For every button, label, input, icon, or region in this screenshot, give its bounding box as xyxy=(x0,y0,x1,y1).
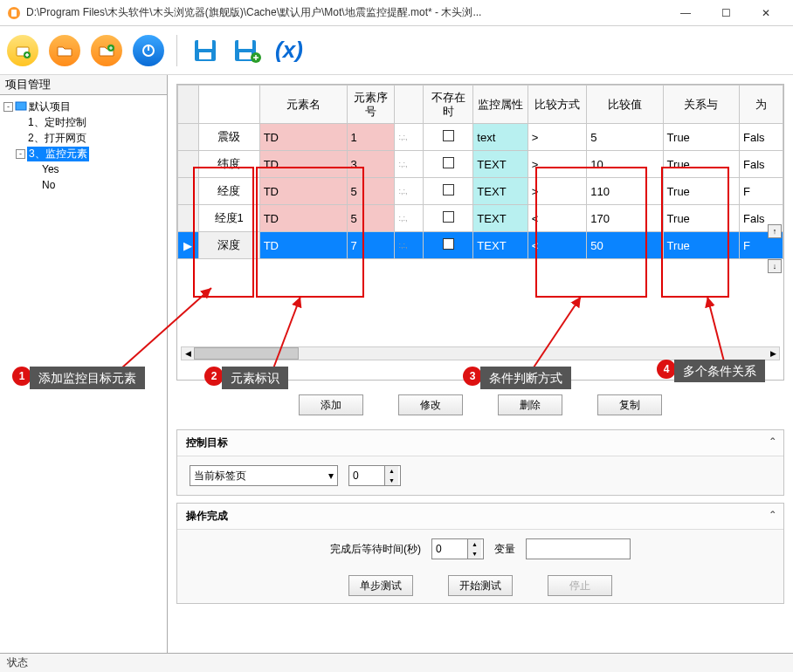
cell-idx[interactable]: 7 xyxy=(347,232,395,259)
row-name[interactable]: 深度 xyxy=(198,232,259,259)
cell-idx[interactable]: 3 xyxy=(347,151,395,178)
cell-rel[interactable]: True xyxy=(663,178,739,205)
cell-elem[interactable]: TD xyxy=(259,151,347,178)
cell-op[interactable]: < xyxy=(528,205,586,232)
cell-val[interactable]: 50 xyxy=(587,232,663,259)
delete-row-button[interactable]: 删除 xyxy=(498,394,562,415)
row-name[interactable]: 经度 xyxy=(198,178,259,205)
cell-val[interactable]: 5 xyxy=(587,124,663,151)
row-name[interactable]: 经度1 xyxy=(198,205,259,232)
cell-elem[interactable]: TD xyxy=(259,232,347,259)
tree-child[interactable]: No xyxy=(3,177,163,193)
collapse-icon[interactable]: - xyxy=(3,102,13,112)
cell-mon[interactable]: TEXT xyxy=(473,178,528,205)
table-row[interactable]: 经度1TD5:,:,TEXT<170TrueFals xyxy=(178,205,783,232)
col-idx[interactable]: 元素序号 xyxy=(347,86,395,124)
col-rel[interactable]: 关系与 xyxy=(663,86,739,124)
checkbox-icon[interactable] xyxy=(443,130,454,141)
cell-val[interactable]: 170 xyxy=(587,205,663,232)
add-row-button[interactable]: 添加 xyxy=(299,394,363,415)
start-test-button[interactable]: 开始测试 xyxy=(448,575,513,596)
checkbox-icon[interactable] xyxy=(443,184,454,195)
scroll-up-button[interactable]: ↑ xyxy=(768,224,782,238)
cell-val[interactable]: 110 xyxy=(587,178,663,205)
cell-absent[interactable] xyxy=(423,205,472,232)
var-input[interactable] xyxy=(526,538,631,559)
col-elem[interactable]: 元素名 xyxy=(259,86,347,124)
wait-input[interactable] xyxy=(432,543,467,555)
cell-mon[interactable]: TEXT xyxy=(473,151,528,178)
cell-op[interactable]: > xyxy=(528,178,586,205)
cell-absent[interactable] xyxy=(423,151,472,178)
cell-tail[interactable]: F xyxy=(739,178,783,205)
table-row[interactable]: 震级TD1:,:,text>5TrueFals xyxy=(178,124,783,151)
stop-button[interactable]: 停止 xyxy=(548,575,612,596)
cell-mon[interactable]: TEXT xyxy=(473,205,528,232)
cell-op[interactable]: > xyxy=(528,124,586,151)
tree-item[interactable]: 2、打开网页 xyxy=(3,130,163,146)
tree-child[interactable]: Yes xyxy=(3,161,163,177)
cell-elem[interactable]: TD xyxy=(259,205,347,232)
cell-rel[interactable]: True xyxy=(663,124,739,151)
col-val[interactable]: 比较值 xyxy=(587,86,663,124)
project-tree[interactable]: - 默认项目 1、定时控制 2、打开网页 -3、监控元素 Yes No xyxy=(0,95,167,653)
wait-spinner[interactable]: ▲▼ xyxy=(431,538,484,559)
element-table[interactable]: 元素名 元素序号 不存在时 监控属性 比较方式 比较值 关系与 为 震级TD1:… xyxy=(177,85,783,259)
scrollbar-thumb[interactable] xyxy=(194,347,299,360)
step-test-button[interactable]: 单步测试 xyxy=(348,575,413,596)
col-op[interactable]: 比较方式 xyxy=(528,86,586,124)
spin-down-icon[interactable]: ▼ xyxy=(384,476,398,485)
cell-mon[interactable]: text xyxy=(473,124,528,151)
col-mon[interactable]: 监控属性 xyxy=(473,86,528,124)
tab-select[interactable]: 当前标签页 ▾ xyxy=(190,465,338,486)
table-row[interactable]: 纬度TD3:,:,TEXT>10TrueFals xyxy=(178,151,783,178)
add-button[interactable] xyxy=(89,33,124,68)
cell-idx[interactable]: 5 xyxy=(347,205,395,232)
spin-up-icon[interactable]: ▲ xyxy=(384,466,398,476)
power-button[interactable] xyxy=(131,33,166,68)
open-button[interactable] xyxy=(47,33,82,68)
col-tail[interactable]: 为 xyxy=(739,86,783,124)
copy-row-button[interactable]: 复制 xyxy=(597,394,662,415)
collapse-icon[interactable]: - xyxy=(16,149,25,159)
checkbox-icon[interactable] xyxy=(443,157,454,168)
checkbox-icon[interactable] xyxy=(443,211,454,223)
table-row[interactable]: ▶深度TD7:,:,TEXT<50TrueF xyxy=(178,232,783,259)
scroll-right-icon[interactable]: ▶ xyxy=(767,347,779,360)
spin-up-icon[interactable]: ▲ xyxy=(467,539,481,549)
save-as-button[interactable] xyxy=(230,33,265,68)
cell-mon[interactable]: TEXT xyxy=(473,232,528,259)
scroll-left-icon[interactable]: ◀ xyxy=(182,347,194,360)
cell-rel[interactable]: True xyxy=(663,232,739,259)
cell-rel[interactable]: True xyxy=(663,151,739,178)
horizontal-scrollbar[interactable]: ◀ ▶ xyxy=(181,346,780,360)
cell-absent[interactable] xyxy=(423,178,472,205)
row-name[interactable]: 纬度 xyxy=(198,151,259,178)
new-project-button[interactable] xyxy=(5,33,40,68)
spin-down-icon[interactable]: ▼ xyxy=(467,549,481,559)
cell-elem[interactable]: TD xyxy=(259,178,347,205)
tree-item-selected[interactable]: -3、监控元素 xyxy=(3,146,163,161)
save-button[interactable] xyxy=(188,33,223,68)
row-name[interactable]: 震级 xyxy=(198,124,259,151)
col-absent[interactable]: 不存在时 xyxy=(423,86,472,124)
cell-tail[interactable]: Fals xyxy=(739,124,783,151)
maximize-button[interactable]: ☐ xyxy=(706,0,746,26)
modify-row-button[interactable]: 修改 xyxy=(398,394,463,415)
checkbox-icon[interactable] xyxy=(443,238,454,250)
cell-op[interactable]: > xyxy=(528,151,586,178)
scroll-down-button[interactable]: ↓ xyxy=(768,259,782,273)
cell-idx[interactable]: 1 xyxy=(347,124,395,151)
tree-root[interactable]: - 默认项目 xyxy=(3,99,163,114)
variable-button[interactable]: (x) xyxy=(272,33,307,68)
cell-val[interactable]: 10 xyxy=(587,151,663,178)
minimize-button[interactable]: — xyxy=(665,0,706,26)
tree-item[interactable]: 1、定时控制 xyxy=(3,114,163,130)
cell-elem[interactable]: TD xyxy=(259,124,347,151)
cell-absent[interactable] xyxy=(423,232,472,259)
tab-index-spinner[interactable]: ▲▼ xyxy=(348,465,401,486)
cell-op[interactable]: < xyxy=(528,232,586,259)
tab-index-input[interactable] xyxy=(349,470,384,482)
collapse-icon[interactable]: ˆ xyxy=(770,510,775,524)
cell-absent[interactable] xyxy=(423,124,472,151)
